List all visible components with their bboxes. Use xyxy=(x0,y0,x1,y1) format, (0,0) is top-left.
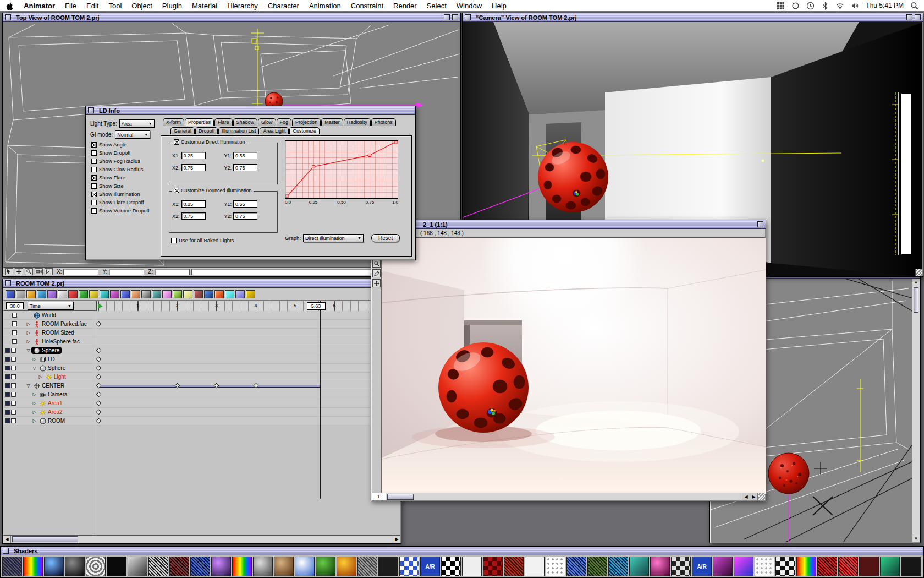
tool-icon-3[interactable] xyxy=(26,290,36,298)
shader-thumb-5[interactable] xyxy=(86,557,106,576)
enable-toggle[interactable] xyxy=(5,366,10,370)
light-type-dropdown[interactable]: Area ▼ xyxy=(119,119,155,128)
zoom-out-icon[interactable] xyxy=(372,259,381,268)
time-mode-dropdown[interactable]: Time ▼ xyxy=(28,302,74,310)
show-flare-checkbox[interactable] xyxy=(91,175,97,181)
z-coordinate-field[interactable] xyxy=(155,269,190,275)
shader-thumb-3[interactable] xyxy=(44,557,64,576)
track-row-room[interactable]: ▷ROOM xyxy=(3,417,400,426)
enable-toggle[interactable] xyxy=(5,357,10,362)
subtab-customize[interactable]: Customize xyxy=(289,127,320,134)
visibility-checkbox[interactable] xyxy=(12,330,17,335)
ld-info-titlebar[interactable]: LD Info xyxy=(86,106,415,115)
tool-icon-15[interactable] xyxy=(152,290,161,298)
menu-item-window[interactable]: Window xyxy=(457,2,482,10)
track-row-camera[interactable]: ▷Camera xyxy=(3,390,400,399)
shader-thumb-14[interactable] xyxy=(274,557,294,576)
menu-item-plugin[interactable]: Plugin xyxy=(162,2,182,10)
tool-icon-2[interactable] xyxy=(16,290,25,298)
shader-thumb-1[interactable] xyxy=(2,557,22,576)
disclosure-triangle-icon[interactable]: ▷ xyxy=(31,401,37,406)
show-illumination-checkbox[interactable] xyxy=(91,192,97,197)
shader-thumb-30[interactable] xyxy=(608,557,628,576)
keyframe-diamond[interactable] xyxy=(96,392,101,397)
lock-toggle[interactable] xyxy=(11,401,16,406)
menu-clock[interactable]: Thu 5:41 PM xyxy=(866,2,904,9)
field-input[interactable]: 0.75 xyxy=(182,212,206,220)
shader-thumb-29[interactable] xyxy=(587,557,607,576)
rendered-image[interactable] xyxy=(382,238,765,493)
shader-thumb-19[interactable] xyxy=(378,557,398,576)
shader-thumb-35[interactable] xyxy=(713,557,733,576)
tool-icon-17[interactable] xyxy=(173,290,182,298)
track-row-room-parked-fac[interactable]: ▷ROOM Parked.fac xyxy=(3,320,400,329)
menu-item-file[interactable]: File xyxy=(65,2,76,10)
menu-item-animation[interactable]: Animation xyxy=(309,2,341,10)
shader-thumb-32[interactable] xyxy=(650,557,670,576)
collapse-box-icon[interactable] xyxy=(915,14,921,20)
render-titlebar[interactable]: 2_1 (1:1) xyxy=(371,220,766,229)
shader-thumb-36[interactable] xyxy=(734,557,754,576)
enable-toggle[interactable] xyxy=(5,374,10,379)
shader-thumb-33[interactable] xyxy=(671,557,691,576)
close-box-icon[interactable] xyxy=(5,280,11,286)
tool-icon-14[interactable] xyxy=(141,290,151,298)
tool-icon-20[interactable] xyxy=(204,290,213,298)
shader-thumb-16[interactable] xyxy=(316,557,336,576)
keyframe-diamond[interactable] xyxy=(96,357,101,362)
show-volume-dropoff-checkbox[interactable] xyxy=(91,208,97,214)
menu-item-edit[interactable]: Edit xyxy=(86,2,98,10)
shader-thumb-13[interactable] xyxy=(253,557,273,576)
scrollbar-thumb[interactable] xyxy=(914,287,919,313)
zoom-box-icon[interactable] xyxy=(906,14,912,20)
field-input[interactable]: 0.75 xyxy=(182,164,206,171)
scroll-left-icon[interactable]: ◀ xyxy=(742,493,750,500)
close-box-icon[interactable] xyxy=(3,548,9,554)
customize-direct-checkbox[interactable] xyxy=(174,139,179,145)
menu-item-constraint[interactable]: Constraint xyxy=(351,2,383,10)
vertical-scrollbar[interactable]: ▲ ▼ xyxy=(912,279,920,542)
tool-icon-5[interactable] xyxy=(47,290,57,298)
shader-thumb-11[interactable] xyxy=(211,557,231,576)
shader-thumb-21[interactable]: A/R xyxy=(420,557,440,576)
close-box-icon[interactable] xyxy=(465,14,471,20)
shader-thumb-44[interactable] xyxy=(901,557,921,576)
scrollbar-thumb[interactable] xyxy=(387,494,414,500)
tab-master[interactable]: Master xyxy=(321,118,343,126)
show-flare-dropoff-checkbox[interactable] xyxy=(91,200,97,205)
lock-toggle[interactable] xyxy=(11,366,16,370)
disclosure-triangle-icon[interactable]: ▷ xyxy=(25,321,31,326)
tab-glow[interactable]: Glow xyxy=(258,118,276,126)
graph-dropdown[interactable]: Direct Illumination ▼ xyxy=(303,234,364,242)
zoom-tool-icon[interactable] xyxy=(25,268,33,275)
shader-thumb-26[interactable] xyxy=(525,557,544,576)
timeline-cursor[interactable] xyxy=(320,301,321,499)
frame-number-box[interactable]: 1 xyxy=(372,493,386,500)
keyframe-diamond[interactable] xyxy=(96,401,101,406)
shader-thumb-42[interactable] xyxy=(859,557,879,576)
field-input[interactable]: 0.25 xyxy=(182,152,206,159)
track-row-area1[interactable]: ▷Area1 xyxy=(3,399,400,408)
shader-thumb-2[interactable] xyxy=(23,557,43,576)
tool-icon-21[interactable] xyxy=(215,290,224,298)
lock-toggle[interactable] xyxy=(11,418,16,423)
keyframe-diamond[interactable] xyxy=(96,418,101,424)
show-glow-radius-checkbox[interactable] xyxy=(91,167,97,172)
scroll-up-icon[interactable]: ▲ xyxy=(912,279,920,286)
collapse-box-icon[interactable] xyxy=(757,221,763,227)
tab-flare[interactable]: Flare xyxy=(215,118,233,126)
scroll-right-icon[interactable]: ▶ xyxy=(750,493,757,500)
enable-toggle[interactable] xyxy=(5,401,10,406)
shader-thumb-20[interactable] xyxy=(399,557,419,576)
lock-toggle[interactable] xyxy=(11,374,16,379)
field-input[interactable]: 0.55 xyxy=(233,152,257,159)
track-row-light[interactable]: ▷Light xyxy=(3,373,400,381)
shader-thumb-22[interactable] xyxy=(441,557,461,576)
shader-thumb-31[interactable] xyxy=(629,557,649,576)
bluetooth-icon[interactable] xyxy=(821,2,829,10)
tool-icon-18[interactable] xyxy=(183,290,193,298)
lock-toggle[interactable] xyxy=(11,383,16,388)
playhead-icon[interactable] xyxy=(98,303,103,309)
visibility-checkbox[interactable] xyxy=(12,339,17,344)
visibility-checkbox[interactable] xyxy=(12,313,17,318)
